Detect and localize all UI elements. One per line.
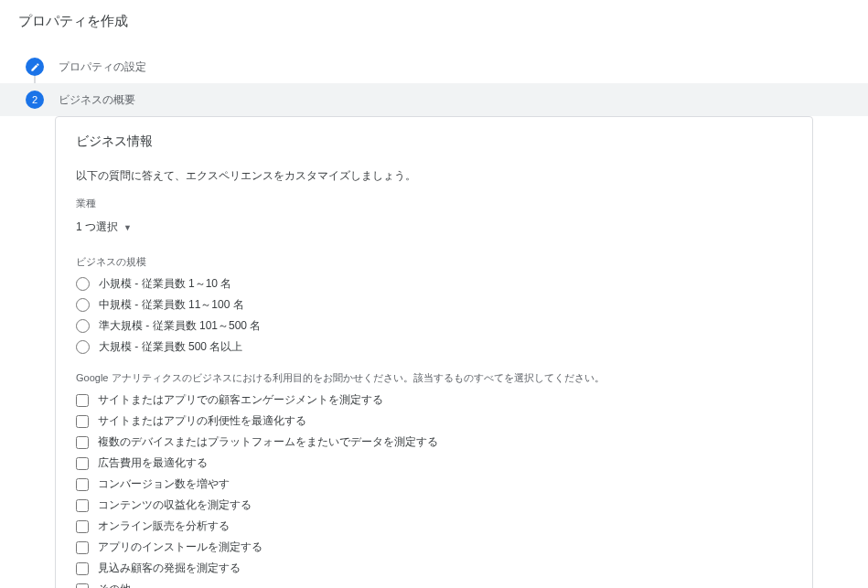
option-label: コンテンツの収益化を測定する xyxy=(98,497,252,513)
checkbox-input[interactable] xyxy=(76,436,89,449)
checkbox-input[interactable] xyxy=(76,520,89,533)
step-number-badge: 2 xyxy=(26,91,44,109)
industry-dropdown[interactable]: 1 つ選択 ▼ xyxy=(76,216,132,239)
size-option-large[interactable]: 準大規模 - 従業員数 101～500 名 xyxy=(76,318,792,334)
checkbox-input[interactable] xyxy=(76,499,89,512)
chevron-down-icon: ▼ xyxy=(123,223,132,232)
purpose-label: Google アナリティクスのビジネスにおける利用目的をお聞かせください。該当す… xyxy=(76,371,792,385)
option-label: 広告費用を最適化する xyxy=(98,455,208,471)
purpose-option[interactable]: コンバージョン数を増やす xyxy=(76,476,792,492)
purpose-option[interactable]: アプリのインストールを測定する xyxy=(76,540,792,555)
business-size-group: 小規模 - 従業員数 1～10 名 中規模 - 従業員数 11～100 名 準大… xyxy=(76,276,792,355)
business-info-card: ビジネス情報 以下の質問に答えて、エクスペリエンスをカスタマイズしましょう。 業… xyxy=(55,116,813,588)
size-label: ビジネスの規模 xyxy=(76,255,792,269)
option-label: サイトまたはアプリの利便性を最適化する xyxy=(98,413,306,429)
option-label: アプリのインストールを測定する xyxy=(98,540,263,555)
size-option-xlarge[interactable]: 大規模 - 従業員数 500 名以上 xyxy=(76,339,792,355)
pencil-icon xyxy=(26,58,44,76)
option-label: 準大規模 - 従業員数 101～500 名 xyxy=(99,318,261,334)
radio-input[interactable] xyxy=(76,298,90,312)
option-label: コンバージョン数を増やす xyxy=(98,476,230,492)
checkbox-input[interactable] xyxy=(76,541,89,554)
radio-input[interactable] xyxy=(76,319,90,333)
purpose-option[interactable]: オンライン販売を分析する xyxy=(76,519,792,534)
checkbox-input[interactable] xyxy=(76,478,89,491)
option-label: 見込み顧客の発掘を測定する xyxy=(98,561,241,576)
card-title: ビジネス情報 xyxy=(76,134,792,150)
checkbox-input[interactable] xyxy=(76,415,89,428)
step-label: プロパティの設定 xyxy=(59,59,146,75)
dropdown-value: 1 つ選択 xyxy=(76,219,118,235)
radio-input[interactable] xyxy=(76,277,90,291)
option-label: オンライン販売を分析する xyxy=(98,519,230,534)
stepper: プロパティの設定 2 ビジネスの概要 xyxy=(0,50,868,116)
option-label: 複数のデバイスまたはプラットフォームをまたいでデータを測定する xyxy=(98,434,438,450)
purpose-option[interactable]: コンテンツの収益化を測定する xyxy=(76,497,792,513)
purpose-option[interactable]: 複数のデバイスまたはプラットフォームをまたいでデータを測定する xyxy=(76,434,792,450)
option-label: 小規模 - 従業員数 1～10 名 xyxy=(99,276,231,292)
step-property-settings[interactable]: プロパティの設定 xyxy=(0,50,868,83)
size-option-small[interactable]: 小規模 - 従業員数 1～10 名 xyxy=(76,276,792,292)
option-label: サイトまたはアプリでの顧客エンゲージメントを測定する xyxy=(98,392,383,408)
page-title: プロパティを作成 xyxy=(0,0,868,43)
step-business-overview: 2 ビジネスの概要 xyxy=(0,83,868,116)
card-intro: 以下の質問に答えて、エクスペリエンスをカスタマイズしましょう。 xyxy=(76,168,792,184)
industry-label: 業種 xyxy=(76,197,792,210)
option-label: 中規模 - 従業員数 11～100 名 xyxy=(99,297,244,313)
checkbox-input[interactable] xyxy=(76,457,89,470)
checkbox-input[interactable] xyxy=(76,583,89,589)
purpose-group: サイトまたはアプリでの顧客エンゲージメントを測定する サイトまたはアプリの利便性… xyxy=(76,392,792,588)
step-label: ビジネスの概要 xyxy=(59,92,135,108)
option-label: その他 xyxy=(98,582,131,588)
purpose-option[interactable]: サイトまたはアプリでの顧客エンゲージメントを測定する xyxy=(76,392,792,408)
size-option-medium[interactable]: 中規模 - 従業員数 11～100 名 xyxy=(76,297,792,313)
checkbox-input[interactable] xyxy=(76,562,89,575)
checkbox-input[interactable] xyxy=(76,394,89,407)
purpose-option[interactable]: その他 xyxy=(76,582,792,588)
radio-input[interactable] xyxy=(76,340,90,354)
purpose-option[interactable]: 見込み顧客の発掘を測定する xyxy=(76,561,792,576)
option-label: 大規模 - 従業員数 500 名以上 xyxy=(99,339,242,355)
purpose-option[interactable]: サイトまたはアプリの利便性を最適化する xyxy=(76,413,792,429)
purpose-option[interactable]: 広告費用を最適化する xyxy=(76,455,792,471)
